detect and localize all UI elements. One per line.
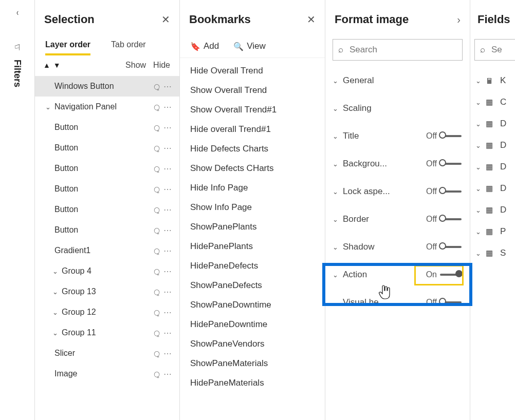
toggle-switch[interactable] (440, 188, 462, 195)
bookmark-item[interactable]: Show Overall Trend#1 (180, 100, 325, 120)
expander-icon[interactable]: ⌄ (48, 329, 62, 337)
fields-table-row[interactable]: ⌄▦C (470, 91, 515, 113)
tab-layer-order[interactable]: Layer order (45, 40, 90, 55)
expander-icon[interactable]: ⌄ (48, 288, 62, 296)
selection-item[interactable]: ⌄Group 11○͈⋯ (35, 322, 179, 343)
visibility-eye-icon[interactable]: ○͈ (152, 329, 162, 337)
bookmarks-close-icon[interactable]: ✕ (307, 13, 316, 26)
expander-icon[interactable]: ⌄ (48, 309, 62, 316)
bookmark-item[interactable]: ShowPaneDowntime (180, 295, 325, 315)
expander-icon[interactable]: ⌄ (48, 268, 62, 275)
fields-table-row[interactable]: ⌄🖩K (470, 70, 515, 91)
bookmark-item[interactable]: Hide Defects Charts (180, 139, 325, 159)
visibility-eye-icon[interactable]: ○͈ (152, 164, 162, 173)
selection-item[interactable]: ⌄Group 12○͈⋯ (35, 302, 179, 322)
more-options-icon[interactable]: ⋯ (162, 369, 173, 379)
selection-item[interactable]: Button○͈⋯ (35, 199, 179, 220)
more-options-icon[interactable]: ⋯ (162, 164, 173, 174)
format-search-input[interactable] (348, 44, 457, 55)
fields-table-row[interactable]: ⌄▦D (470, 199, 515, 221)
format-property-row[interactable]: ⌄Scaling (325, 94, 470, 122)
selection-item[interactable]: Button○͈⋯ (35, 220, 179, 240)
move-down-icon[interactable]: ▼ (53, 61, 61, 69)
selection-item[interactable]: ⌄Group 13○͈⋯ (35, 281, 179, 302)
visibility-eye-icon[interactable]: ○͈ (152, 288, 162, 296)
fields-table-row[interactable]: ⌄▦D (470, 135, 515, 156)
filters-icon[interactable]: ⚐ (14, 43, 21, 52)
bookmark-item[interactable]: Show Info Page (180, 198, 325, 217)
format-search-box[interactable]: ⌕ (333, 39, 463, 61)
more-options-icon[interactable]: ⋯ (162, 184, 173, 194)
bookmark-item[interactable]: ShowPanePlants (180, 217, 325, 237)
more-options-icon[interactable]: ⋯ (162, 102, 173, 112)
bookmark-item[interactable]: Hide overall Trend#1 (180, 120, 325, 139)
visibility-eye-icon[interactable]: ○͈ (152, 349, 162, 357)
visibility-eye-icon[interactable]: ○͈ (152, 267, 162, 275)
toggle-switch[interactable] (440, 243, 462, 251)
visibility-eye-icon[interactable]: ○͈ (152, 205, 162, 214)
toggle-switch[interactable] (440, 299, 462, 306)
bookmark-item[interactable]: Show Overall Trend (180, 81, 325, 100)
toggle-switch[interactable] (440, 132, 462, 140)
fields-search-box[interactable]: ⌕ (474, 39, 515, 61)
format-property-row[interactable]: ⌄TitleOff (325, 122, 470, 150)
more-options-icon[interactable]: ⋯ (162, 328, 173, 338)
tab-tab-order[interactable]: Tab order (111, 40, 146, 55)
format-property-row[interactable]: ⌄Lock aspe...Off (325, 178, 470, 205)
fields-table-row[interactable]: ⌄▦D (470, 178, 515, 199)
visibility-eye-icon[interactable]: ○͈ (152, 123, 162, 131)
format-property-row[interactable]: ⌄Visual he...Off (325, 289, 470, 316)
bookmark-item[interactable]: HidePaneMaterials (180, 373, 325, 393)
selection-item[interactable]: Button○͈⋯ (35, 179, 179, 199)
expander-icon[interactable]: ⌄ (41, 103, 54, 111)
more-options-icon[interactable]: ⋯ (162, 123, 173, 132)
fields-table-row[interactable]: ⌄▦D (470, 156, 515, 178)
visibility-eye-icon[interactable]: ○͈ (152, 246, 162, 255)
collapse-chevron-icon[interactable]: ‹ (16, 7, 18, 18)
selection-item[interactable]: Image○͈⋯ (35, 364, 179, 384)
more-options-icon[interactable]: ⋯ (162, 308, 173, 317)
bookmark-item[interactable]: Hide Info Page (180, 178, 325, 198)
selection-item[interactable]: Slicer○͈⋯ (35, 343, 179, 364)
more-options-icon[interactable]: ⋯ (162, 349, 173, 358)
toggle-switch[interactable] (440, 160, 462, 167)
more-options-icon[interactable]: ⋯ (162, 266, 173, 276)
fields-table-row[interactable]: ⌄▦D (470, 113, 515, 135)
selection-close-icon[interactable]: ✕ (161, 13, 170, 26)
bookmark-item[interactable]: HidePaneDowntime (180, 315, 325, 334)
format-property-row[interactable]: ⌄ActionOn (325, 261, 470, 289)
more-options-icon[interactable]: ⋯ (162, 246, 173, 256)
bookmark-item[interactable]: HidePanePlants (180, 237, 325, 256)
more-options-icon[interactable]: ⋯ (162, 82, 173, 91)
filters-label[interactable]: Filters (12, 60, 23, 87)
visibility-eye-icon[interactable]: ○͈ (152, 82, 162, 90)
more-options-icon[interactable]: ⋯ (162, 205, 173, 215)
selection-item[interactable]: Gradient1○͈⋯ (35, 240, 179, 261)
bookmark-item[interactable]: Show Defects CHarts (180, 159, 325, 178)
visibility-eye-icon[interactable]: ○͈ (152, 185, 162, 193)
move-up-icon[interactable]: ▲ (43, 61, 50, 69)
bookmark-item[interactable]: HidePaneDefects (180, 256, 325, 276)
bookmark-item[interactable]: Hide Overall Trend (180, 61, 325, 81)
show-button[interactable]: Show (125, 61, 146, 70)
format-property-row[interactable]: ⌄Backgrou...Off (325, 150, 470, 178)
format-property-row[interactable]: ⌄BorderOff (325, 205, 470, 233)
more-options-icon[interactable]: ⋯ (162, 225, 173, 235)
visibility-eye-icon[interactable]: ○͈ (152, 226, 162, 234)
selection-item[interactable]: Button○͈⋯ (35, 117, 179, 138)
selection-item[interactable]: Button○͈⋯ (35, 158, 179, 179)
bookmarks-view-button[interactable]: 🔍 View (233, 41, 266, 51)
visibility-eye-icon[interactable]: ○͈ (152, 103, 162, 111)
fields-table-row[interactable]: ⌄▦P (470, 221, 515, 242)
selection-item[interactable]: ⌄Group 4○͈⋯ (35, 261, 179, 281)
bookmark-item[interactable]: ShowPaneVendors (180, 334, 325, 354)
bookmarks-add-button[interactable]: 🔖 Add (190, 41, 219, 51)
selection-item[interactable]: Button○͈⋯ (35, 138, 179, 158)
toggle-switch[interactable] (440, 216, 462, 223)
visibility-eye-icon[interactable]: ○͈ (152, 370, 162, 378)
hide-button[interactable]: Hide (153, 61, 170, 70)
more-options-icon[interactable]: ⋯ (162, 143, 173, 153)
toggle-switch[interactable] (440, 271, 462, 278)
fields-table-row[interactable]: ⌄▦S (470, 242, 515, 264)
visibility-eye-icon[interactable]: ○͈ (152, 308, 162, 316)
